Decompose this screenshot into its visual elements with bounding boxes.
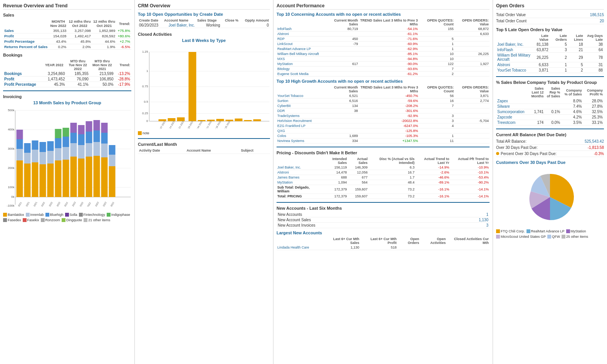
svg-text:100k: 100k: [8, 185, 15, 189]
sales-row-trend: -6.5%: [116, 44, 131, 50]
crm-chart-svg: 1.25 1 0.75 0.5 0.25 0: [138, 44, 270, 129]
hg-col-cms: Current Month Sales: [327, 85, 359, 94]
svg-rect-58: [109, 166, 116, 197]
lo-row-adl: 88: [584, 68, 604, 73]
pct-table: Sales Last 12 Months Sales Rep % of Sale…: [496, 86, 604, 125]
lo-row-acct: YourSet Tobacco: [496, 68, 532, 73]
crm-legend: note: [138, 131, 270, 135]
ps-col-s: Sales Last 12 Months: [526, 86, 545, 99]
bk-row-trend: -17.9%: [115, 82, 131, 87]
sales-row-y1: 45.8%: [67, 39, 92, 44]
ps-row-cp: 3.5%: [561, 120, 583, 125]
legend-color: [79, 213, 83, 217]
svg-rect-16: [17, 139, 23, 149]
hg-row-acct: EZG Frankford LP: [277, 124, 327, 129]
lo-row-ll: 2: [568, 68, 584, 73]
svg-text:Oct 21 2022: Oct 21 2022: [176, 120, 184, 129]
bk-row-year: 45.3%: [42, 82, 66, 87]
hg-row-ov: [454, 139, 490, 144]
ar-row: Over 30 Days Past Due:-1,813.58: [496, 145, 604, 151]
sales-row-label: Returns Percent of Sales: [3, 44, 49, 50]
pie-legend-color: [496, 235, 500, 239]
lo-row-ll: 29: [568, 53, 584, 62]
bk-row-year: 3,254,860: [42, 71, 66, 77]
hg-row-cms: [327, 124, 359, 129]
cc-row-qc: [419, 32, 454, 37]
cc-row-trend: -62.9%: [359, 47, 419, 52]
opps-acct: Joel Baker, Inc.: [163, 23, 196, 28]
revenue-title: Revenue Overview and Trend: [3, 3, 131, 10]
sales-row-month: 154,028: [49, 33, 67, 39]
pr-col-as: Actual Sales: [347, 157, 368, 165]
svg-rect-29: [47, 141, 54, 151]
bk-col-mtd2: MTD thruMon Nov 222021: [90, 59, 115, 71]
hg-row-cms: 6,521: [327, 94, 359, 99]
lo-row-lo: 1: [550, 68, 568, 73]
svg-rect-48: [86, 132, 92, 143]
svg-rect-26: [40, 142, 46, 152]
legend-item: 21 other items: [84, 218, 110, 222]
legend-item: Bamlatdox: [3, 213, 24, 217]
svg-rect-47: [86, 143, 92, 157]
crm-panel: CRM Overview Top 10 Open Opportunities b…: [135, 0, 273, 364]
sales-col-12mth2: 12 mths thruOct 2021: [92, 19, 116, 28]
ar-divider: [496, 129, 604, 129]
sales-row-trend: +2.7%: [116, 39, 131, 44]
invoicing-title: Invoicing: [3, 94, 131, 99]
legend-color: [62, 218, 65, 222]
cc-row-cms: -79: [327, 42, 359, 47]
lo-row-lo: 3: [550, 47, 568, 53]
la-row-acct: Lindada Health Care: [277, 245, 323, 250]
pr-row-as: 159,607: [347, 185, 368, 194]
pr-row-ts: -16.1%: [415, 194, 450, 199]
pr-row-tp: -10.1%: [450, 170, 490, 175]
hg-row-cms: [327, 129, 359, 134]
chart-subtitle: Last 8 Weeks by Type: [138, 38, 270, 43]
pr-col-ts: Actual Trend to Last Yr: [415, 157, 450, 165]
sales-col-month: MONTHNov 2022: [49, 19, 67, 28]
legend-color: [23, 218, 27, 222]
sales-row-y1: 3,257,098: [67, 28, 92, 33]
hg-row-qc: 1: [419, 134, 454, 139]
svg-rect-33: [55, 129, 62, 138]
cc-row-acct: InfoFlash: [277, 27, 327, 32]
svg-rect-24: [40, 164, 46, 197]
pr-row-as: 159,607: [347, 194, 368, 199]
svg-rect-39: [70, 143, 77, 157]
opps-close: [221, 23, 240, 28]
la-row-oo: [397, 245, 420, 250]
svg-rect-52: [94, 130, 100, 142]
pr-row-is: 688: [323, 175, 347, 180]
pie-legend-item: 25 other items: [562, 235, 588, 239]
pr-row-ts: -89.1%: [415, 180, 450, 185]
svg-rect-44: [78, 134, 85, 145]
cc-row-cms: [327, 32, 359, 37]
cc-row-cms: 617: [327, 62, 359, 67]
cc-col-cms: Current Month Sales: [327, 18, 359, 27]
pie-legend-color: [496, 229, 500, 233]
na-row-label: New Account Sales: [277, 217, 441, 223]
pr-row-is: 14,478: [323, 170, 347, 175]
pr-row-acct: Sub Total: Delgado, William: [277, 185, 323, 194]
legend-label: Dingquote: [66, 218, 82, 222]
pr-row-acct: Joel Baker, Inc.: [277, 165, 323, 170]
svg-text:Mar 2022: Mar 2022: [54, 201, 61, 207]
svg-rect-60: [109, 145, 116, 155]
pie-legend-item: FTQ Chili Corp.: [496, 229, 525, 233]
svg-rect-97: [253, 119, 261, 121]
cc-row-ov: 68,872: [454, 27, 490, 32]
ar-row-value: -1,813.58: [588, 145, 604, 150]
new-accounts-title: New Accounts - Last Six Months: [277, 206, 490, 210]
svg-text:400k: 400k: [8, 128, 15, 131]
la-col-ca: Closed Activities Cur Mth: [446, 237, 490, 245]
hg-row-acct: Novinea Systems: [277, 139, 327, 144]
svg-text:1.25: 1.25: [142, 50, 148, 53]
opps-date: 06/20/2023: [138, 23, 163, 28]
svg-rect-31: [55, 148, 62, 160]
svg-rect-22: [32, 150, 39, 162]
cc-col-trend: TREND Sales Last 3 Mths to Prev 3 Mths: [359, 18, 419, 27]
la-col-p: Last 6+ Cur Mth Profit: [360, 237, 397, 245]
cc-row-qc: 7: [419, 67, 454, 72]
cc-row-qc: 122: [419, 62, 454, 67]
bookings-section: Bookings YEAR 2022 MTD thruTue Nov 22202…: [3, 53, 131, 87]
